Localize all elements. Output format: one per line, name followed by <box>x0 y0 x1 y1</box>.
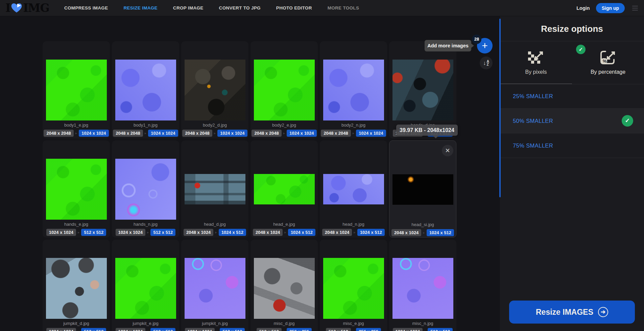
login-link[interactable]: Login <box>576 5 590 11</box>
original-size-badge: 1024 x 1024 <box>185 328 215 331</box>
file-name: body2_d.jpg <box>203 122 227 128</box>
thumbnail-area <box>323 240 384 321</box>
resize-arrow-icon: ▸ <box>424 329 426 331</box>
file-card-head_e[interactable]: head_e.jpg2048 x 1024▸1024 x 512 <box>251 140 318 238</box>
file-card-head_n[interactable]: head_n.jpg2048 x 1024▸1024 x 512 <box>320 140 387 238</box>
file-card-body2_d[interactable]: body2_d.jpg2048 x 2048▸1024 x 1024 <box>181 41 248 138</box>
sidebar-scrollbar[interactable] <box>499 19 501 197</box>
file-card-head_d[interactable]: head_d.jpg2048 x 1024▸1024 x 512 <box>181 140 248 238</box>
tab-by-pixels[interactable]: By pixels <box>500 41 572 84</box>
image-thumbnail <box>323 258 384 319</box>
size-badges: 2048 x 1024▸1024 x 512 <box>391 229 454 236</box>
target-size-badge: 1024 x 1024 <box>217 130 247 137</box>
original-size-badge: 1024 x 1024 <box>116 229 145 236</box>
resize-images-button[interactable]: Resize IMAGES ➔ <box>509 301 635 324</box>
file-name: body2_n.jpg <box>341 122 365 128</box>
file-card-head_si[interactable]: ✕head_si.jpg2048 x 1024▸1024 x 512 <box>389 140 456 238</box>
image-thumbnail <box>115 159 176 220</box>
tab-by-percentage[interactable]: ✓ % By percentage <box>572 41 644 84</box>
size-badges: 2048 x 1024▸1024 x 512 <box>322 229 385 236</box>
original-size-badge: 2048 x 2048 <box>321 130 351 137</box>
file-card-jumpkit_n[interactable]: jumpkit_n.jpg1024 x 1024▸512 x 512 <box>181 240 248 331</box>
resize-arrow-icon: ▸ <box>147 329 149 331</box>
file-name: jumpkit_e.jpg <box>133 321 159 326</box>
image-thumbnail <box>115 60 176 120</box>
thumbnail-area <box>115 240 176 321</box>
target-size-badge: 1024 x 512 <box>288 229 315 236</box>
nav-item-more-tools[interactable]: MORE TOOLS <box>328 5 359 10</box>
menu-icon[interactable] <box>631 4 639 12</box>
file-card-body1_e[interactable]: body1_e.jpg2048 x 2048▸1024 x 1024 <box>43 41 110 138</box>
thumbnail-area <box>115 140 176 221</box>
percentage-options: 25% SMALLER50% SMALLER✓75% SMALLER <box>500 84 644 158</box>
file-card-misc_d[interactable]: misc_d.jpg512 x 512▸256 x 256 <box>251 240 318 331</box>
image-thumbnail <box>392 174 453 205</box>
file-workspace: body1_e.jpg2048 x 2048▸1024 x 1024body1_… <box>0 16 500 331</box>
target-size-badge: 1024 x 512 <box>427 229 454 236</box>
resize-arrow-icon: ▸ <box>284 230 286 235</box>
thumbnail-area <box>392 41 453 122</box>
nav-item-crop-image[interactable]: CROP IMAGE <box>173 5 204 10</box>
size-badges: 2048 x 2048▸1024 x 1024 <box>252 130 316 137</box>
size-badges: 1024 x 1024▸512 x 512 <box>185 328 245 331</box>
nav-item-resize-image[interactable]: RESIZE IMAGE <box>123 5 157 10</box>
resize-arrow-icon: ▸ <box>423 230 425 235</box>
original-size-badge: 2048 x 1024 <box>391 229 421 236</box>
remove-file-icon[interactable]: ✕ <box>442 145 453 156</box>
thumbnail-area <box>46 140 107 221</box>
file-name: misc_d.jpg <box>273 321 294 326</box>
original-size-badge: 512 x 512 <box>326 328 351 331</box>
add-more-tooltip: Add more images <box>425 40 471 51</box>
original-size-badge: 2048 x 2048 <box>252 130 281 137</box>
size-badges: 512 x 512▸256 x 256 <box>257 328 312 331</box>
thumbnail-area <box>392 240 453 321</box>
target-size-badge: 1024 x 1024 <box>79 130 109 137</box>
sort-az-button[interactable]: ↓ A Z <box>480 57 493 69</box>
resize-mode-tabs: By pixels ✓ % By percentage <box>500 41 644 84</box>
option-75-smaller[interactable]: 75% SMALLER <box>500 133 644 158</box>
target-size-badge: 256 x 256 <box>287 328 312 331</box>
file-card-body1_n[interactable]: body1_n.jpg2048 x 2048▸1024 x 1024 <box>112 41 179 138</box>
file-card-misc_n[interactable]: misc_n.jpg1024 x 1024▸512 x 512 <box>389 240 456 331</box>
option-25-smaller[interactable]: 25% SMALLER <box>500 84 644 109</box>
file-card-body2_e[interactable]: body2_e.jpg2048 x 2048▸1024 x 1024 <box>251 41 318 138</box>
file-card-body2_n[interactable]: body2_n.jpg2048 x 2048▸1024 x 1024 <box>320 41 387 138</box>
file-info-tooltip: 39.97 KB - 2048x1024 <box>396 125 458 136</box>
original-size-badge: 2048 x 1024 <box>253 229 283 236</box>
file-card-jumpkit_d[interactable]: jumpkit_d.jpg1024 x 1024▸512 x 512 <box>43 240 110 331</box>
resize-arrow-icon: ▸ <box>75 131 77 135</box>
target-size-badge: 512 x 512 <box>81 328 106 331</box>
file-card-hands_n[interactable]: hands_n.jpg1024 x 1024▸512 x 512 <box>112 140 179 238</box>
nav-item-compress-image[interactable]: COMPRESS IMAGE <box>64 5 108 10</box>
size-badges: 2048 x 2048▸1024 x 1024 <box>113 130 178 137</box>
resize-arrow-icon: ▸ <box>78 230 80 235</box>
iloveimg-logo[interactable]: I IMG <box>5 2 56 14</box>
size-badges: 1024 x 1024▸512 x 512 <box>46 328 106 331</box>
target-size-badge: 1024 x 1024 <box>356 130 386 137</box>
file-name: hands_n.jpg <box>134 221 158 227</box>
file-card-hands_e[interactable]: hands_e.jpg1024 x 1024▸512 x 512 <box>43 140 110 238</box>
thumbnail-area <box>254 140 315 221</box>
nav-item-convert-to-jpg[interactable]: CONVERT TO JPG <box>219 5 261 10</box>
nav-item-photo-editor[interactable]: PHOTO EDITOR <box>276 5 312 10</box>
option-50-smaller[interactable]: 50% SMALLER✓ <box>500 109 644 133</box>
original-size-badge: 2048 x 2048 <box>113 130 143 137</box>
file-card-misc_e[interactable]: misc_e.jpg512 x 512▸256 x 256 <box>320 240 387 331</box>
image-thumbnail <box>323 60 384 120</box>
size-badges: 1024 x 1024▸512 x 512 <box>116 229 176 236</box>
file-card-hands_d[interactable]: hands_d.jpg1024 x 1024▸512 x 512 <box>389 41 456 138</box>
file-name: body1_n.jpg <box>134 122 158 128</box>
image-thumbnail <box>115 258 176 319</box>
thumbnail-area <box>46 41 107 122</box>
resize-arrow-icon: ▸ <box>283 329 285 331</box>
sort-arrow-icon: ↓ <box>483 60 486 66</box>
file-card-jumpkit_e[interactable]: jumpkit_e.jpg1024 x 1024▸512 x 512 <box>112 240 179 331</box>
image-thumbnail <box>46 258 107 319</box>
thumbnail-area <box>323 41 384 122</box>
thumbnail-area <box>185 41 245 122</box>
thumbnail-area <box>46 240 107 321</box>
target-size-badge: 1024 x 1024 <box>287 130 316 137</box>
signup-button[interactable]: Sign up <box>596 3 625 13</box>
file-name: jumpkit_d.jpg <box>63 321 89 326</box>
image-thumbnail <box>185 174 245 204</box>
